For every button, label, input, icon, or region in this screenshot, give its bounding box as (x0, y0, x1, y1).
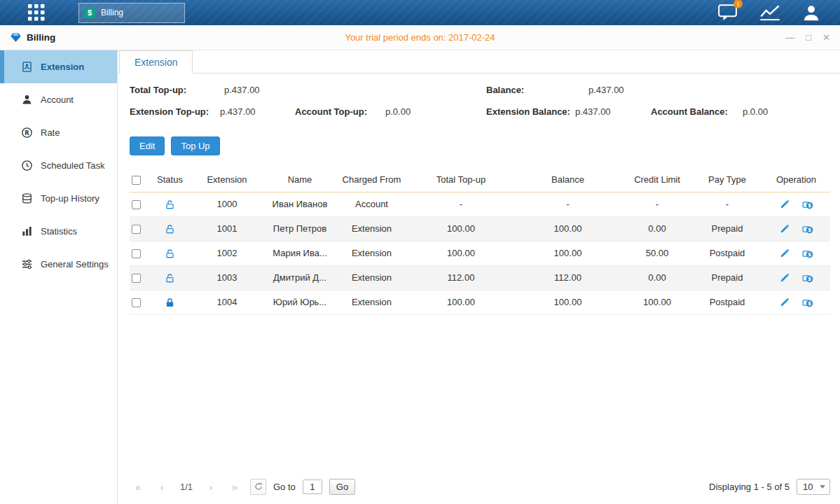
sidebar-item-label: Top-up History (41, 193, 99, 204)
cell-pay-type: - (692, 192, 762, 216)
top-up-icon[interactable] (802, 248, 813, 259)
row-checkbox[interactable] (132, 298, 141, 307)
extension-balance-label: Extension Balance: (486, 106, 570, 117)
cell-credit-limit: 0.00 (622, 265, 692, 290)
close-button[interactable]: ✕ (822, 33, 830, 42)
sidebar-item-label: General Settings (41, 259, 109, 270)
reports-button[interactable] (759, 4, 781, 21)
table-row: 1004 Юрий Юрь... Extension 100.00 100.00… (130, 290, 830, 314)
user-menu-button[interactable] (802, 4, 820, 21)
trial-notice: Your trial period ends on: 2017-02-24 (0, 32, 840, 43)
rate-circle-r-icon: R (21, 127, 33, 139)
extension-table: Status Extension Name Charged From Total… (130, 168, 830, 315)
sidebar-item-general-settings[interactable]: General Settings (0, 248, 117, 281)
cell-charged-from: Extension (335, 265, 408, 290)
edit-icon[interactable] (779, 272, 790, 284)
cell-pay-type: Postpaid (692, 241, 762, 265)
goto-label: Go to (273, 482, 296, 492)
top-up-icon[interactable] (802, 272, 813, 284)
page-size-select[interactable]: 10 (797, 479, 830, 495)
top-up-icon[interactable] (802, 223, 813, 234)
row-checkbox[interactable] (132, 249, 141, 258)
apps-grid-icon (27, 4, 46, 22)
select-all-checkbox[interactable] (132, 176, 141, 185)
sidebar-item-rate[interactable]: R Rate (0, 116, 117, 149)
cell-name: Мария Ива... (265, 241, 335, 265)
cell-total-topup: 112.00 (408, 265, 514, 290)
cell-charged-from: Extension (335, 241, 408, 265)
cell-charged-from: Extension (335, 290, 408, 314)
cell-extension: 1004 (189, 290, 265, 314)
notifications-button[interactable]: ! (717, 4, 738, 22)
cell-name: Юрий Юрь... (265, 290, 335, 314)
notification-badge: ! (734, 0, 743, 8)
app-grid-button[interactable] (27, 3, 46, 22)
window-titlebar: Billing Your trial period ends on: 2017-… (0, 25, 840, 50)
account-balance-value: p.0.00 (743, 106, 768, 117)
sidebar-item-topup-history[interactable]: Top-up History (0, 182, 117, 215)
window-title: Billing (10, 31, 55, 43)
extension-topup-value: p.437.00 (220, 106, 256, 117)
cell-charged-from: Extension (335, 216, 408, 241)
sidebar-item-scheduled-task[interactable]: Scheduled Task (0, 149, 117, 182)
row-checkbox[interactable] (132, 200, 141, 209)
edit-icon[interactable] (779, 248, 790, 259)
table-row: 1001 Петр Петров Extension 100.00 100.00… (130, 216, 830, 241)
cell-extension: 1001 (189, 216, 265, 241)
topbar-tab-label: Billing (101, 8, 123, 18)
cell-balance: 100.00 (514, 241, 622, 265)
go-button[interactable]: Go (329, 479, 355, 495)
account-topup-label: Account Top-up: (295, 106, 367, 117)
cell-name: Иван Иванов (265, 192, 335, 216)
edit-button[interactable]: Edit (130, 136, 165, 155)
refresh-icon (254, 482, 263, 491)
user-icon (802, 4, 820, 21)
sidebar-item-extension[interactable]: Extension (0, 50, 117, 83)
extension-balance-value: p.437.00 (575, 106, 611, 117)
table-header-row: Status Extension Name Charged From Total… (130, 168, 830, 192)
lock-icon (165, 298, 175, 308)
extension-card-icon (21, 61, 33, 73)
goto-page-input[interactable] (303, 479, 322, 494)
cell-total-topup: 100.00 (408, 241, 514, 265)
cell-pay-type: Prepaid (692, 265, 762, 290)
refresh-button[interactable] (250, 479, 266, 495)
maximize-button[interactable]: □ (806, 33, 811, 42)
edit-icon[interactable] (779, 297, 790, 308)
table-row: 1000 Иван Иванов Account - - - - (130, 192, 830, 216)
top-up-icon[interactable] (802, 199, 813, 210)
total-topup-value: p.437.00 (224, 85, 260, 95)
cell-name: Петр Петров (265, 216, 335, 241)
cell-credit-limit: 0.00 (622, 216, 692, 241)
clock-icon (21, 160, 33, 172)
edit-icon[interactable] (779, 223, 790, 234)
prev-page-button[interactable]: ‹ (153, 481, 170, 493)
coin-stack-icon (21, 192, 33, 204)
top-up-icon[interactable] (802, 297, 813, 308)
top-up-button[interactable]: Top Up (171, 136, 219, 155)
chart-icon (759, 4, 781, 21)
next-page-button[interactable]: › (202, 481, 219, 493)
unlock-icon (165, 273, 175, 284)
last-page-button[interactable]: » (226, 481, 243, 493)
sidebar-item-statistics[interactable]: Statistics (0, 215, 117, 248)
tab-extension[interactable]: Extension (119, 50, 193, 74)
row-checkbox[interactable] (132, 274, 141, 283)
cell-total-topup: 100.00 (408, 216, 514, 241)
sidebar-item-account[interactable]: Account (0, 83, 117, 116)
row-checkbox[interactable] (132, 225, 141, 234)
page-size-value: 10 (803, 482, 813, 492)
cell-credit-limit: - (622, 192, 692, 216)
col-pay-type: Pay Type (692, 168, 762, 192)
col-status: Status (151, 168, 189, 192)
edit-icon[interactable] (779, 199, 790, 210)
topbar-tab-billing[interactable]: $ Billing (78, 3, 185, 23)
chevron-down-icon (820, 485, 825, 489)
dollar-icon: $ (84, 7, 95, 18)
table-row: 1002 Мария Ива... Extension 100.00 100.0… (130, 241, 830, 265)
first-page-button[interactable]: « (130, 481, 146, 493)
cell-credit-limit: 100.00 (622, 290, 692, 314)
minimize-button[interactable]: — (785, 33, 794, 42)
account-balance-label: Account Balance: (651, 106, 728, 117)
extension-topup-label: Extension Top-up: (130, 106, 209, 117)
